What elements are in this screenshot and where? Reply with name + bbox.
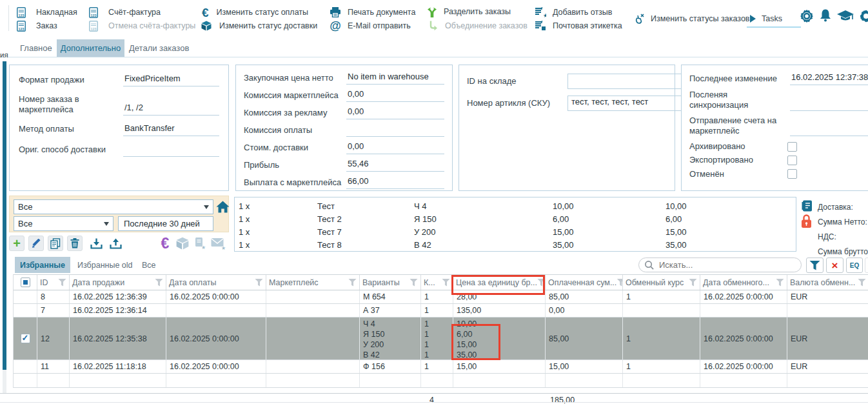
tab-order-details[interactable]: Детали заказов [122,39,196,57]
search-box[interactable] [638,258,802,272]
header-qty[interactable]: К... [421,275,453,290]
marketplace-order-number-value[interactable]: /1, /2 [123,103,219,116]
order-item-row[interactable]: 1 x Тест 2 Я 150 6,00 6,00 [235,212,796,225]
original-delivery-method-value[interactable] [123,144,219,157]
mail-star-button[interactable]: ★ [210,236,226,250]
tab-additional[interactable]: Дополнительно [57,39,124,57]
more-options-button[interactable]: ⋮ [865,258,868,273]
exported-checkbox[interactable] [787,156,797,165]
left-scrollbar-track[interactable] [3,61,6,394]
header-exchange-date[interactable]: Дата обменного... [700,275,787,290]
clear-filter-button[interactable]: × [826,258,843,273]
import-button[interactable] [89,236,103,250]
header-variants[interactable]: Варианты [360,275,421,290]
header-id[interactable]: ID [37,275,70,290]
toolbar-item-add-review[interactable]: ★ Добавить отзыв [534,6,612,19]
sale-format-value[interactable]: FixedPriceItem [123,74,219,86]
header-paid-sum[interactable]: Оплаченная сум... [546,275,623,290]
education-cap-button[interactable] [836,9,855,23]
payment-method-value[interactable]: BankTransfer [123,123,219,136]
toolbar-item-delivery-status[interactable]: Изменить статус доставки [201,19,317,32]
toolbar-item-order[interactable]: 123 Заказ [17,19,57,32]
last-modified-value[interactable]: 16.02.2025 12:37:38 [790,72,868,85]
shipping-cost-value[interactable]: 0,00 [346,141,444,154]
toolbar-item-postal-label[interactable]: Почтовая этикетка [534,19,622,32]
last-sync-value[interactable] [790,98,868,111]
column-filter-icon[interactable] [616,279,623,287]
cell-select[interactable] [14,360,37,373]
column-filter-icon[interactable] [776,279,784,287]
notifications-bell-button[interactable] [818,7,833,24]
row-checkbox-checked[interactable] [21,334,30,343]
header-exchange-rate[interactable]: Обменный курс [623,275,700,290]
order-item-row[interactable]: 1 x Тест 8 В 42 35,00 35,00 [235,238,796,251]
marketplace-fee-value[interactable]: 0,00 [346,89,444,102]
invoice-sent-value[interactable] [790,123,868,136]
table-row-7[interactable]: 7 16.02.2025 12:36:14 А 37 1 135,00 0,00 [14,304,868,318]
search-input[interactable] [658,259,789,270]
header-marketplace[interactable]: Маркетплейс [266,275,360,290]
left-scrollbar-thumb[interactable] [3,61,6,370]
profit-value[interactable]: 55,46 [346,159,444,172]
toolbar-item-split-orders[interactable]: Разделить заказы [427,5,511,18]
home-button[interactable] [215,199,230,214]
toolbar-item-invoice-create[interactable]: 123 Счёт-фактура [89,6,161,19]
settings-sun-button[interactable] [798,8,815,25]
header-select-all[interactable] [14,275,37,290]
column-filter-icon[interactable] [537,279,546,287]
cell-select[interactable] [14,304,37,317]
period-input[interactable]: Последние 30 дней [118,216,213,231]
column-filter-icon[interactable] [442,279,450,287]
add-button[interactable]: + [9,236,25,251]
archived-checkbox[interactable] [787,142,797,152]
order-item-row[interactable]: 1 x Тест 7 У 200 15,00 15,00 [235,225,796,238]
docs-star-button[interactable]: ★ [193,236,207,250]
list-tab-all[interactable]: Все [137,257,161,273]
purchase-price-net-value[interactable]: No item in warehouse [346,72,444,85]
toolbar-item-email-send[interactable]: @ E-Mail отправить [330,19,411,32]
column-search-button[interactable]: EQ [846,258,863,273]
gear-button[interactable] [858,8,868,25]
copy-button[interactable] [48,236,63,251]
warehouse-id-input[interactable] [567,74,682,89]
select-all-checkbox[interactable] [21,278,30,287]
table-row-11[interactable]: 11 16.02.2025 11:18:18 16.02.2025 0:00:0… [14,360,868,374]
header-sale-date[interactable]: Дата продажи [70,275,166,290]
table-row-8[interactable]: 8 16.02.2025 12:36:39 16.02.2025 0:00:00… [14,290,868,304]
payment-fee-value[interactable] [346,124,444,137]
delete-button[interactable] [67,236,83,251]
list-tab-favorites-old[interactable]: Избранные old [72,257,138,273]
column-filter-icon[interactable] [858,279,866,287]
advertising-fee-value[interactable]: 0,00 [346,106,444,119]
column-filter-icon[interactable] [409,279,418,287]
toolbar-item-change-order-statuses[interactable]: Изменить статусы заказов [634,12,749,25]
toolbar-item-invoice[interactable]: 123 Накладная [17,6,77,19]
status-filter-dropdown[interactable]: Все [14,216,113,231]
column-filter-icon[interactable] [255,279,263,287]
toolbar-item-invoice-cancel[interactable]: 123 Отмена счёта-фактуры [89,19,195,32]
tab-main[interactable]: Главное [13,39,59,57]
header-unit-price[interactable]: Цена за единицу бр... [453,275,546,290]
toolbar-item-payment-status[interactable]: € Изменить статус оплаты [202,6,308,19]
export-button[interactable] [108,236,123,250]
orders-filter-dropdown[interactable]: Все [14,199,213,214]
column-filter-icon[interactable] [348,279,357,287]
stock-button[interactable] [175,236,190,250]
toolbar-item-print-document[interactable]: Печать документа [330,6,415,19]
cell-select[interactable] [14,290,37,303]
lock-icon[interactable] [800,214,813,228]
header-pay-date[interactable]: Дата оплаты [166,275,266,290]
filter-button[interactable] [806,258,824,273]
header-exchange-currency[interactable]: Валюта обменн... [787,275,868,290]
edit-button[interactable] [28,236,44,251]
table-row-12-selected[interactable]: 12 16.02.2025 12:35:38 16.02.2025 0:00:0… [14,318,868,360]
column-filter-icon[interactable] [689,279,697,287]
list-tab-favorites[interactable]: Избранные [15,257,70,273]
sku-input[interactable]: тест, тест, тест, тест [567,96,682,111]
marketplace-payout-value[interactable]: 66,00 [346,176,444,189]
cancelled-checkbox[interactable] [787,169,797,179]
column-filter-icon[interactable] [155,279,163,287]
cell-select[interactable] [14,318,37,359]
column-filter-icon[interactable] [58,279,66,287]
toolbar-item-merge-orders[interactable]: Объединение заказов [428,19,528,32]
